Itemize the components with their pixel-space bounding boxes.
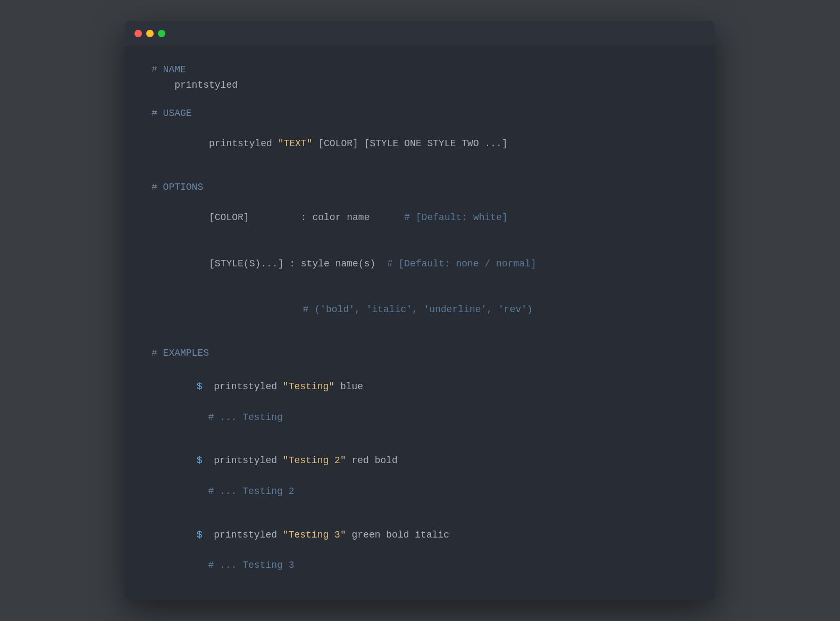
example3-command: $ printstyled "Testing 3" green bold ita… bbox=[152, 512, 688, 558]
option2-prefix: [STYLE(S)...] : style name(s) bbox=[186, 258, 387, 269]
option1-comment: # [Default: white] bbox=[404, 212, 507, 223]
minimize-button[interactable] bbox=[146, 30, 154, 37]
usage-string: "TEXT" bbox=[278, 138, 313, 149]
example2-command: $ printstyled "Testing 2" red bold bbox=[152, 438, 688, 484]
ex1-dollar: $ bbox=[186, 381, 203, 392]
option2-line: [STYLE(S)...] : style name(s) # [Default… bbox=[152, 241, 688, 287]
ex3-dollar: $ bbox=[186, 530, 203, 540]
ex3-cmd: printstyled bbox=[203, 530, 283, 540]
ex3-string: "Testing 3" bbox=[283, 530, 346, 540]
name-value: printstyled bbox=[152, 78, 688, 93]
options-header: # OPTIONS bbox=[152, 180, 688, 195]
ex1-rest: blue bbox=[334, 381, 363, 392]
ex1-string: "Testing" bbox=[283, 381, 334, 392]
code-content: # NAME printstyled # USAGE printstyled "… bbox=[125, 46, 715, 600]
ex2-cmd: printstyled bbox=[203, 455, 283, 466]
option3-comment: # ('bold', 'italic', 'underline', 'rev') bbox=[186, 304, 533, 315]
example1-command: $ printstyled "Testing" blue bbox=[152, 364, 688, 409]
name-header: # NAME bbox=[152, 62, 688, 78]
ex2-dollar: $ bbox=[186, 455, 203, 466]
terminal-window: # NAME printstyled # USAGE printstyled "… bbox=[125, 21, 715, 600]
usage-rest: [COLOR] [STYLE_ONE STYLE_TWO ...] bbox=[312, 138, 507, 149]
ex1-cmd: printstyled bbox=[203, 381, 283, 392]
example2-comment: # ... Testing 2 bbox=[152, 484, 688, 499]
example1-comment: # ... Testing bbox=[152, 410, 688, 425]
option1-rest: : color name bbox=[289, 212, 404, 223]
usage-prefix: printstyled bbox=[186, 138, 278, 149]
usage-header: # USAGE bbox=[152, 106, 688, 121]
ex2-rest: red bold bbox=[346, 455, 398, 466]
example3-comment: # ... Testing 3 bbox=[152, 558, 688, 573]
ex2-string: "Testing 2" bbox=[283, 455, 346, 466]
option1-prefix: [COLOR] bbox=[186, 212, 289, 223]
option1-line: [COLOR] : color name # [Default: white] bbox=[152, 195, 688, 241]
examples-header: # EXAMPLES bbox=[152, 346, 688, 361]
option2-comment: # [Default: none / normal] bbox=[387, 258, 536, 269]
titlebar bbox=[125, 21, 715, 46]
maximize-button[interactable] bbox=[158, 30, 165, 37]
ex3-rest: green bold italic bbox=[346, 530, 449, 540]
close-button[interactable] bbox=[135, 30, 142, 37]
option3-line: # ('bold', 'italic', 'underline', 'rev') bbox=[152, 287, 688, 332]
usage-line: printstyled "TEXT" [COLOR] [STYLE_ONE ST… bbox=[152, 121, 688, 166]
